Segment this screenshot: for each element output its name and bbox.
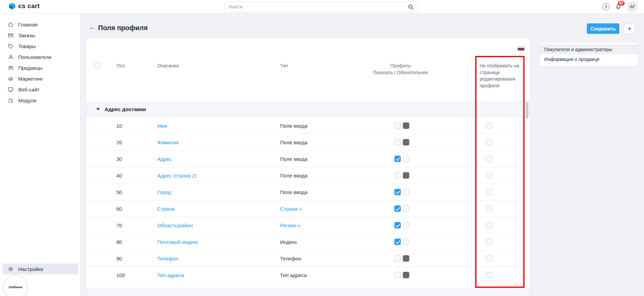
notifications-button[interactable]: 67 — [615, 3, 622, 10]
required-checkbox[interactable] — [403, 255, 409, 262]
select-all-checkbox[interactable] — [94, 62, 100, 69]
website-icon — [7, 86, 14, 93]
required-checkbox[interactable] — [403, 172, 409, 179]
sidebar-item-products[interactable]: Товары — [0, 41, 80, 51]
row-description-link[interactable]: Почтовый индекс — [157, 239, 198, 245]
profile-checkbox-pair — [394, 156, 409, 162]
hide-checkbox[interactable] — [486, 255, 492, 262]
sidebar-item-marketing[interactable]: Маркетинг — [0, 73, 80, 84]
show-checkbox[interactable] — [394, 156, 401, 162]
right-panel-item-0[interactable]: Покупатели и администраторы — [539, 44, 638, 54]
table-body: 10ИмяПоле ввода20ФамилияПоле ввода30Адре… — [86, 118, 530, 283]
show-checkbox[interactable] — [394, 222, 401, 229]
back-arrow-icon[interactable]: ← — [89, 24, 96, 30]
search-input[interactable] — [229, 4, 408, 9]
save-button[interactable]: Сохранить — [587, 23, 619, 34]
theme-badge-label: Unitheme — [8, 286, 22, 289]
sidebar-item-website[interactable]: Веб-сайт — [0, 84, 80, 95]
hide-checkbox[interactable] — [486, 272, 492, 278]
orders-icon — [7, 32, 14, 39]
row-description-link[interactable]: Фамилия — [157, 140, 179, 145]
row-description-link[interactable]: Адрес (строка 2) — [157, 173, 197, 178]
row-description-link[interactable]: Имя — [157, 123, 167, 129]
show-checkbox[interactable] — [394, 272, 401, 278]
sidebar-item-label: Товары — [18, 43, 36, 49]
show-checkbox[interactable] — [394, 206, 401, 212]
row-position: 70 — [116, 223, 122, 228]
hide-checkbox[interactable] — [486, 156, 492, 162]
row-description-link[interactable]: Адрес — [157, 156, 172, 162]
row-description-link[interactable]: Город — [157, 189, 171, 195]
row-type: Индекс — [280, 239, 297, 245]
row-type[interactable]: Страна » — [280, 206, 302, 212]
table-row: 20ФамилияПоле ввода — [86, 134, 530, 151]
sidebar-item-users[interactable]: Пользователи — [0, 51, 80, 62]
hide-checkbox[interactable] — [486, 189, 492, 195]
hide-checkbox[interactable] — [486, 239, 492, 245]
row-description-link[interactable]: Область/район — [157, 223, 193, 228]
show-checkbox[interactable] — [394, 189, 401, 195]
unitheme-badge[interactable]: Unitheme — [4, 276, 27, 296]
show-checkbox[interactable] — [394, 123, 401, 129]
required-checkbox[interactable] — [403, 239, 409, 245]
search-icon[interactable] — [408, 4, 414, 10]
notification-badge: 67 — [618, 1, 625, 6]
row-position: 10 — [116, 123, 122, 129]
show-checkbox[interactable] — [394, 139, 401, 146]
column-header-position: Поз. — [116, 63, 126, 68]
row-description-link[interactable]: Телефон — [157, 256, 178, 261]
hide-checkbox[interactable] — [486, 139, 492, 146]
required-checkbox[interactable] — [403, 206, 409, 212]
required-checkbox[interactable] — [403, 139, 409, 146]
show-checkbox[interactable] — [394, 239, 401, 245]
hide-checkbox[interactable] — [486, 222, 492, 229]
users-icon — [7, 54, 14, 60]
row-position: 100 — [116, 272, 125, 278]
help-icon[interactable]: ? — [602, 3, 610, 10]
sidebar-item-label: Настройки — [18, 266, 43, 272]
hide-checkbox[interactable] — [486, 123, 492, 129]
show-checkbox[interactable] — [394, 255, 401, 262]
next-section-strip — [86, 288, 530, 296]
hide-checkbox[interactable] — [486, 206, 492, 212]
required-checkbox[interactable] — [403, 123, 409, 129]
cs-cart-logo[interactable]: cs cart — [9, 2, 40, 10]
table-scrollbar-thumb[interactable] — [526, 102, 528, 119]
profile-checkbox-pair — [394, 239, 409, 245]
products-icon — [7, 43, 14, 49]
sidebar-item-vendors[interactable]: Продавцы — [0, 62, 80, 73]
show-checkbox[interactable] — [394, 172, 401, 179]
sidebar-item-orders[interactable]: Заказы — [0, 30, 80, 41]
row-position: 30 — [116, 156, 122, 162]
sidebar: ГлавнаяЗаказыТоварыПользователиПродавцыМ… — [0, 14, 80, 296]
section-address-shipping[interactable]: Адрес доставки — [86, 101, 530, 118]
sidebar-item-home[interactable]: Главная — [0, 19, 80, 30]
row-position: 40 — [116, 173, 122, 178]
sidebar-item-label: Маркетинг — [18, 76, 43, 82]
table-row: 40Адрес (строка 2)Поле ввода — [86, 167, 530, 184]
sidebar-item-settings[interactable]: Настройки — [2, 263, 78, 274]
addons-icon — [7, 97, 14, 104]
required-checkbox[interactable] — [403, 156, 409, 162]
required-checkbox[interactable] — [403, 272, 409, 278]
row-type[interactable]: Регион » — [280, 223, 301, 228]
table-header: Поз. Описание Тип Профиль Показать / Обя… — [86, 38, 530, 101]
row-position: 20 — [116, 140, 122, 145]
row-description-link[interactable]: Страна — [157, 206, 175, 212]
right-panel-item-1[interactable]: Информация о продавце — [539, 54, 638, 64]
brand-text: cs cart — [18, 2, 40, 10]
right-panel-list: Покупатели и администраторыИнформация о … — [539, 44, 638, 64]
add-field-button[interactable]: + — [624, 23, 635, 34]
user-avatar[interactable]: АГ — [627, 1, 638, 12]
row-description-link[interactable]: Тип адреса — [157, 272, 184, 278]
required-checkbox[interactable] — [403, 222, 409, 229]
gear-icon — [7, 266, 14, 272]
section-title: Адрес доставки — [105, 106, 146, 112]
global-search — [224, 1, 418, 12]
table-row: 10ИмяПоле ввода — [86, 118, 530, 134]
sidebar-item-addons[interactable]: Модули — [0, 95, 80, 106]
sidebar-item-label: Продавцы — [18, 65, 43, 71]
required-checkbox[interactable] — [403, 189, 409, 195]
sidebar-item-label: Главная — [18, 22, 38, 27]
hide-checkbox[interactable] — [486, 172, 492, 179]
